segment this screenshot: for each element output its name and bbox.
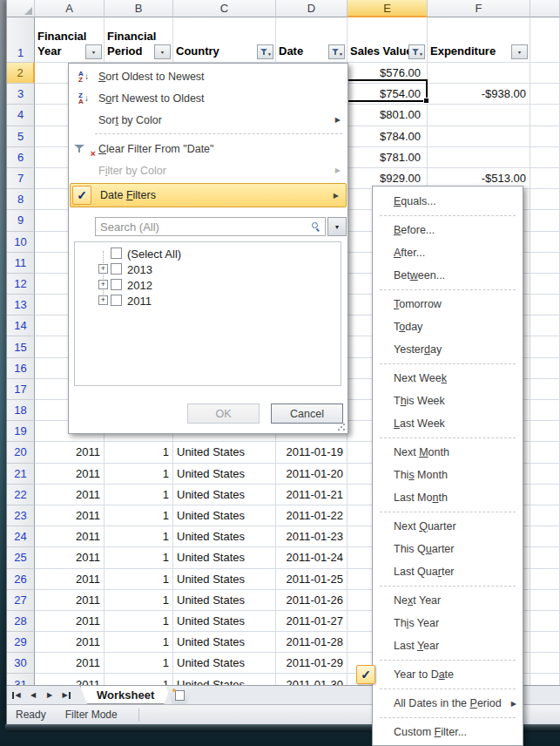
date-filter-menu-item[interactable]: Last Quarter	[373, 560, 523, 583]
filter-applied-button[interactable]: ▼	[257, 44, 273, 59]
cell-country[interactable]: United States	[173, 547, 276, 568]
filter-tree-item[interactable]: + 2011	[75, 293, 341, 309]
cell-financial-period[interactable]: 1	[105, 569, 173, 590]
cell-empty[interactable]	[530, 253, 560, 274]
menu-item-date-filters[interactable]: ✓ Date Filters ▶	[70, 183, 347, 207]
cell-financial-period[interactable]: 1	[105, 485, 173, 505]
cell-financial-period[interactable]: 1	[105, 505, 173, 526]
row-header[interactable]: 23	[7, 505, 35, 526]
date-filter-menu-item[interactable]: Equals...	[373, 190, 523, 213]
menu-item-sort-oldest[interactable]: AZ ↓ Sort Oldest to Newest	[69, 65, 347, 87]
cell-financial-year[interactable]: 2011	[35, 547, 105, 568]
date-filter-menu-item[interactable]: This Month	[373, 464, 523, 486]
cell-empty[interactable]	[530, 590, 560, 611]
date-filter-menu-item[interactable]: All Dates in the Period ▶	[373, 692, 523, 715]
cell-empty[interactable]	[530, 336, 560, 357]
cell-empty[interactable]	[530, 315, 560, 336]
filter-tree-item[interactable]: + 2012	[75, 277, 341, 293]
date-filter-menu-item[interactable]: After...	[373, 241, 523, 264]
row-header[interactable]: 24	[7, 526, 35, 547]
cell-financial-year[interactable]: 2011	[35, 569, 105, 590]
resize-grip[interactable]	[336, 422, 346, 431]
header-sales-value[interactable]: Sales Value ▼	[347, 17, 428, 63]
cell-country[interactable]: United States	[173, 526, 276, 547]
cell-date[interactable]: 2011-01-19	[276, 442, 347, 463]
row-header[interactable]: 9	[7, 210, 35, 231]
row-header[interactable]: 11	[7, 253, 35, 274]
cell-financial-period[interactable]: 1	[105, 611, 173, 632]
date-filter-menu-item[interactable]: Next Week	[373, 367, 523, 390]
cell-empty[interactable]	[530, 232, 560, 253]
cell-expenditure[interactable]	[428, 147, 530, 168]
cell-empty[interactable]	[530, 674, 560, 685]
date-filter-menu-item[interactable]: Next Year	[373, 589, 523, 612]
cell-financial-year[interactable]: 2011	[35, 505, 105, 526]
row-header[interactable]: 20	[7, 442, 35, 463]
menu-item-clear-filter[interactable]: × Clear Filter From "Date"	[69, 138, 347, 159]
next-sheet-button[interactable]: ▶	[43, 688, 57, 702]
row-header[interactable]: 3	[7, 84, 35, 105]
cell-empty[interactable]	[530, 63, 560, 84]
row-header[interactable]: 6	[7, 147, 35, 168]
row-header[interactable]: 15	[7, 336, 35, 357]
row-header[interactable]: 30	[7, 653, 35, 674]
value-checkbox[interactable]	[111, 279, 122, 290]
cell-empty[interactable]	[530, 547, 560, 568]
filter-tree-item[interactable]: + 2013	[75, 261, 341, 277]
cell-date[interactable]: 2011-01-21	[276, 485, 347, 505]
date-filter-menu-item[interactable]: This Year	[373, 612, 523, 634]
cell-country[interactable]: United States	[173, 632, 276, 653]
cell-financial-period[interactable]: 1	[105, 526, 173, 547]
cell-date[interactable]: 2011-01-29	[276, 653, 347, 674]
cell-expenditure[interactable]	[428, 105, 530, 125]
last-sheet-button[interactable]: ▶	[59, 688, 73, 702]
first-sheet-button[interactable]: ◀	[10, 688, 24, 702]
column-header-d[interactable]: D	[276, 0, 347, 17]
cell-financial-year[interactable]: 2011	[35, 611, 105, 632]
cell-empty[interactable]	[530, 632, 560, 653]
cell-empty[interactable]	[530, 611, 560, 632]
row-header[interactable]: 19	[7, 421, 35, 442]
date-filter-menu-item[interactable]: Custom Filter...	[373, 721, 523, 743]
header-empty[interactable]	[530, 17, 560, 63]
cell-financial-year[interactable]: 2011	[35, 442, 105, 463]
cell-sales-value[interactable]: $784.00	[347, 126, 428, 147]
row-header[interactable]: 14	[7, 315, 35, 336]
date-filter-menu-item[interactable]: ✓ Year to Date	[373, 663, 523, 686]
cell-expenditure[interactable]	[428, 126, 530, 147]
cell-date[interactable]: 2011-01-26	[276, 590, 347, 611]
insert-worksheet-tab[interactable]	[165, 686, 193, 704]
header-country[interactable]: Country ▼	[173, 17, 276, 63]
row-header[interactable]: 2	[7, 63, 35, 84]
header-expenditure[interactable]: Expenditure ▼	[428, 17, 530, 63]
search-dropdown-button[interactable]: ▼	[327, 217, 347, 236]
cancel-button[interactable]: Cancel	[271, 404, 343, 424]
cell-expenditure[interactable]	[428, 63, 530, 84]
cell-empty[interactable]	[530, 168, 560, 189]
cell-country[interactable]: United States	[173, 464, 276, 485]
cell-country[interactable]: United States	[173, 485, 276, 505]
date-filter-menu-item[interactable]: Today	[373, 315, 523, 338]
cell-financial-period[interactable]: 1	[105, 547, 173, 568]
cell-empty[interactable]	[530, 485, 560, 505]
cell-date[interactable]: 2011-01-23	[276, 526, 347, 547]
row-header[interactable]: 25	[7, 547, 35, 568]
cell-empty[interactable]	[530, 653, 560, 674]
cell-date[interactable]: 2011-01-28	[276, 632, 347, 653]
row-header[interactable]: 10	[7, 232, 35, 253]
date-filter-menu-item[interactable]: This Quarter	[373, 538, 523, 560]
row-header[interactable]: 7	[7, 168, 35, 189]
date-filter-menu-item[interactable]: Next Quarter	[373, 515, 523, 538]
cell-financial-period[interactable]: 1	[105, 442, 173, 463]
cell-financial-year[interactable]: 2011	[35, 485, 105, 505]
date-filter-menu-item[interactable]: Last Year	[373, 634, 523, 657]
cell-financial-period[interactable]: 1	[105, 464, 173, 485]
cell-country[interactable]: United States	[173, 442, 276, 463]
cell-empty[interactable]	[530, 379, 560, 400]
value-checkbox[interactable]	[111, 295, 122, 306]
select-all-corner[interactable]	[7, 0, 35, 17]
header-financial-period[interactable]: Financial Period ▼	[105, 17, 173, 63]
cell-empty[interactable]	[530, 210, 560, 231]
column-header-b[interactable]: B	[105, 0, 173, 17]
menu-item-sort-newest[interactable]: ZA ↓ Sort Newest to Oldest	[69, 87, 347, 109]
